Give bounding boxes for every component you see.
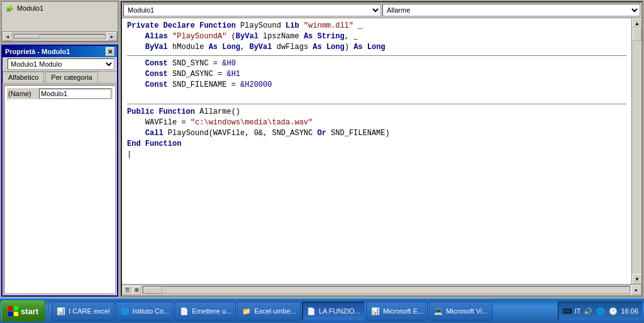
tab-alfabetico[interactable]: Alfabetico bbox=[3, 72, 44, 83]
project-tree-item: 🧩 Modulo1 bbox=[2, 2, 118, 14]
properties-tabs: Alfabetico Per categoria bbox=[3, 72, 117, 84]
tray-volume-icon[interactable]: 🔊 bbox=[583, 306, 593, 316]
code-h-scrollbar[interactable] bbox=[143, 286, 630, 294]
code-separator-2 bbox=[127, 104, 626, 104]
scroll-right-btn[interactable]: ▸ bbox=[107, 32, 117, 41]
taskbar-item-icon-3: 📁 bbox=[242, 306, 252, 316]
tab-per-categoria[interactable]: Per categoria bbox=[45, 72, 97, 83]
view-obj-btn[interactable]: ⊞ bbox=[132, 286, 141, 295]
code-h-thumb[interactable] bbox=[143, 287, 162, 293]
taskbar-item-icon-2: 📄 bbox=[179, 306, 189, 316]
prop-name-row: (Name) Modulo1 bbox=[7, 88, 113, 99]
module-icon: 🧩 bbox=[4, 3, 14, 13]
scroll-h-thumb[interactable] bbox=[14, 35, 40, 38]
code-line-2: Alias "PlaySoundA" (ByVal lpszName As St… bbox=[127, 31, 626, 42]
tray-clock-icon[interactable]: 🕐 bbox=[608, 306, 618, 316]
code-scrollbar-v: ▲ ▼ bbox=[631, 18, 641, 284]
scroll-h-track[interactable] bbox=[14, 34, 106, 39]
code-line-5: Const SND_ASYNC = &H1 bbox=[127, 69, 626, 80]
code-separator bbox=[127, 55, 626, 56]
taskbar-item-label-6: Microsoft Vi... bbox=[446, 307, 487, 315]
code-line-3: ByVal hModule As Long, ByVal dwFlags As … bbox=[127, 42, 626, 53]
ide-container: 🧩 Modulo1 ◂ ▸ Proprietà - Modulo1 ✕ M bbox=[0, 0, 644, 298]
scroll-v-track[interactable] bbox=[632, 28, 641, 274]
prop-name-value: Modulo1 bbox=[39, 89, 111, 99]
properties-title: Proprietà - Modulo1 bbox=[5, 48, 70, 55]
tray-network-icon[interactable]: 🌐 bbox=[596, 306, 606, 316]
code-line-7 bbox=[127, 90, 626, 101]
code-editor-area: Modulo1 Allarme Private Declare Function… bbox=[121, 1, 643, 297]
code-line-cursor bbox=[127, 150, 626, 160]
svg-rect-2 bbox=[8, 312, 13, 316]
taskbar-item-label-1: Istituto Co... bbox=[133, 307, 170, 315]
code-editor-inner: Private Declare Function PlaySound Lib "… bbox=[122, 18, 641, 284]
taskbar-item-6[interactable]: 💻 Microsoft Vi... bbox=[429, 302, 492, 320]
code-editor-frame: Modulo1 Allarme Private Declare Function… bbox=[121, 1, 643, 297]
taskbar-item-1[interactable]: 🌐 Istituto Co... bbox=[116, 302, 174, 320]
code-line-9: WAVFile = "c:\windows\media\tada.wav" bbox=[127, 118, 626, 128]
taskbar-item-label-4: LA FUNZIO... bbox=[319, 307, 360, 315]
properties-object-row: Modulo1 Modulo bbox=[3, 57, 117, 72]
taskbar-item-icon-0: 📊 bbox=[56, 306, 66, 316]
start-button[interactable]: start bbox=[1, 300, 45, 322]
code-line-1: Private Declare Function PlaySound Lib "… bbox=[127, 21, 626, 31]
project-explorer: 🧩 Modulo1 ◂ ▸ bbox=[1, 1, 118, 42]
prop-name-label: (Name) bbox=[8, 90, 36, 97]
taskbar-item-icon-5: 📊 bbox=[370, 306, 380, 316]
taskbar-item-label-0: I CARE excel bbox=[69, 307, 109, 315]
taskbar-item-icon-4: 📄 bbox=[306, 306, 316, 316]
taskbar: start 📊 I CARE excel 🌐 Istituto Co... 📄 … bbox=[0, 298, 644, 323]
svg-rect-0 bbox=[8, 306, 13, 310]
taskbar-item-4[interactable]: 📄 LA FUNZIO... bbox=[302, 302, 365, 320]
properties-close-button[interactable]: ✕ bbox=[106, 47, 114, 56]
taskbar-lang: IT bbox=[575, 307, 581, 315]
taskbar-item-3[interactable]: 📁 Excel umbe... bbox=[237, 302, 301, 320]
taskbar-time: 16:06 bbox=[621, 307, 638, 315]
taskbar-item-icon-6: 💻 bbox=[433, 306, 443, 316]
taskbar-item-label-5: Microsoft E... bbox=[383, 307, 423, 315]
properties-panel: Proprietà - Modulo1 ✕ Modulo1 Modulo Alf… bbox=[1, 45, 118, 297]
properties-content-inner: (Name) Modulo1 bbox=[6, 87, 114, 292]
properties-object-select[interactable]: Modulo1 Modulo bbox=[8, 58, 114, 70]
properties-title-bar: Proprietà - Modulo1 ✕ bbox=[3, 46, 117, 57]
taskbar-item-label-2: Emettere u... bbox=[192, 307, 231, 315]
code-editor-toolbar: Modulo1 Allarme bbox=[122, 3, 641, 18]
code-line-8: Public Function Allarme() bbox=[127, 107, 626, 118]
code-scroll-right-btn[interactable]: ▸ bbox=[631, 285, 641, 295]
svg-rect-1 bbox=[14, 306, 18, 310]
taskbar-item-icon-1: 🌐 bbox=[120, 306, 130, 316]
svg-rect-3 bbox=[14, 312, 18, 316]
tray-keyboard-icon[interactable]: ⌨ bbox=[562, 306, 572, 316]
view-proc-btn[interactable]: ☰ bbox=[123, 286, 131, 295]
taskbar-divider bbox=[48, 302, 49, 320]
code-line-6: Const SND_FILENAME = &H20000 bbox=[127, 80, 626, 90]
taskbar-item-5[interactable]: 📊 Microsoft E... bbox=[366, 302, 428, 320]
taskbar-item-2[interactable]: 📄 Emettere u... bbox=[175, 302, 236, 320]
start-label: start bbox=[21, 307, 38, 316]
taskbar-item-0[interactable]: 📊 I CARE excel bbox=[52, 302, 114, 320]
scroll-v-thumb[interactable] bbox=[633, 28, 641, 41]
code-line-11: End Function bbox=[127, 139, 626, 150]
left-panel: 🧩 Modulo1 ◂ ▸ Proprietà - Modulo1 ✕ M bbox=[0, 0, 119, 298]
code-dropdown-left[interactable]: Modulo1 bbox=[123, 4, 381, 16]
code-dropdown-right[interactable]: Allarme bbox=[382, 4, 640, 16]
code-line-4: Const SND_SYNC = &H0 bbox=[127, 58, 626, 69]
scroll-left-btn[interactable]: ◂ bbox=[3, 32, 13, 41]
taskbar-item-label-3: Excel umbe... bbox=[254, 307, 296, 315]
code-line-10: Call PlaySound(WAVFile, 0&, SND_ASYNC Or… bbox=[127, 128, 626, 139]
code-editor-bottom: ☰ ⊞ ▸ bbox=[122, 284, 641, 295]
code-content[interactable]: Private Declare Function PlaySound Lib "… bbox=[122, 18, 631, 284]
windows-logo-icon bbox=[8, 306, 18, 316]
code-bottom-left-btns: ☰ ⊞ bbox=[122, 285, 142, 295]
scroll-up-btn[interactable]: ▲ bbox=[632, 18, 641, 28]
project-item-label: Modulo1 bbox=[17, 4, 43, 12]
scroll-down-btn[interactable]: ▼ bbox=[632, 274, 641, 284]
taskbar-tray: ⌨ IT 🔊 🌐 🕐 16:06 bbox=[558, 302, 643, 320]
properties-content: (Name) Modulo1 bbox=[4, 85, 116, 294]
project-scrollbar-h[interactable]: ◂ ▸ bbox=[2, 31, 118, 41]
